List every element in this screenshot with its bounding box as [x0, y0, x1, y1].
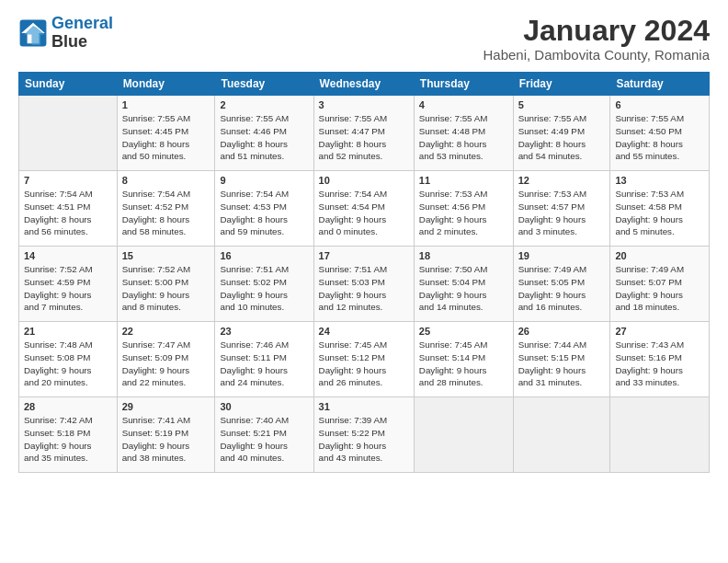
day-number: 10: [319, 175, 409, 186]
calendar-cell: 22Sunrise: 7:47 AM Sunset: 5:09 PM Dayli…: [117, 322, 215, 397]
day-number: 8: [122, 175, 210, 186]
weekday-header: Thursday: [414, 73, 513, 96]
day-number: 5: [518, 99, 606, 110]
calendar-cell: 20Sunrise: 7:49 AM Sunset: 5:07 PM Dayli…: [610, 247, 710, 322]
day-info: Sunrise: 7:43 AM Sunset: 5:16 PM Dayligh…: [615, 339, 704, 389]
day-info: Sunrise: 7:55 AM Sunset: 4:49 PM Dayligh…: [518, 112, 606, 163]
calendar-cell: 19Sunrise: 7:49 AM Sunset: 5:05 PM Dayli…: [513, 247, 610, 322]
day-number: 6: [615, 99, 704, 110]
day-info: Sunrise: 7:54 AM Sunset: 4:53 PM Dayligh…: [220, 188, 308, 238]
day-number: 11: [419, 175, 508, 186]
calendar-week-row: 28Sunrise: 7:42 AM Sunset: 5:18 PM Dayli…: [19, 397, 710, 473]
day-info: Sunrise: 7:55 AM Sunset: 4:47 PM Dayligh…: [319, 112, 409, 163]
calendar-cell: 27Sunrise: 7:43 AM Sunset: 5:16 PM Dayli…: [610, 322, 710, 397]
day-info: Sunrise: 7:47 AM Sunset: 5:09 PM Dayligh…: [122, 339, 210, 389]
day-info: Sunrise: 7:55 AM Sunset: 4:50 PM Dayligh…: [615, 112, 704, 163]
day-number: 4: [419, 99, 508, 110]
weekday-header: Tuesday: [215, 73, 313, 96]
location-title: Habeni, Dambovita County, Romania: [483, 47, 710, 63]
calendar-cell: 21Sunrise: 7:48 AM Sunset: 5:08 PM Dayli…: [19, 322, 118, 397]
day-info: Sunrise: 7:55 AM Sunset: 4:46 PM Dayligh…: [220, 112, 308, 163]
calendar-cell: 4Sunrise: 7:55 AM Sunset: 4:48 PM Daylig…: [414, 96, 513, 171]
calendar-cell: 9Sunrise: 7:54 AM Sunset: 4:53 PM Daylig…: [215, 171, 313, 247]
calendar-cell: [513, 397, 610, 473]
day-info: Sunrise: 7:45 AM Sunset: 5:12 PM Dayligh…: [319, 339, 409, 389]
calendar-week-row: 14Sunrise: 7:52 AM Sunset: 4:59 PM Dayli…: [19, 247, 710, 322]
logo-text: General Blue: [51, 15, 113, 52]
calendar-cell: 14Sunrise: 7:52 AM Sunset: 4:59 PM Dayli…: [19, 247, 118, 322]
calendar-cell: 28Sunrise: 7:42 AM Sunset: 5:18 PM Dayli…: [19, 397, 118, 473]
calendar-cell: 13Sunrise: 7:53 AM Sunset: 4:58 PM Dayli…: [610, 171, 710, 247]
page-header: General Blue January 2024 Habeni, Dambov…: [18, 15, 710, 63]
day-number: 2: [220, 99, 308, 110]
weekday-header: Wednesday: [313, 73, 414, 96]
calendar-cell: 6Sunrise: 7:55 AM Sunset: 4:50 PM Daylig…: [610, 96, 710, 171]
calendar-cell: 16Sunrise: 7:51 AM Sunset: 5:02 PM Dayli…: [215, 247, 313, 322]
calendar-cell: [414, 397, 513, 473]
calendar-cell: 24Sunrise: 7:45 AM Sunset: 5:12 PM Dayli…: [313, 322, 414, 397]
calendar-body: 1Sunrise: 7:55 AM Sunset: 4:45 PM Daylig…: [19, 96, 710, 473]
day-number: 22: [122, 326, 210, 337]
calendar-cell: 1Sunrise: 7:55 AM Sunset: 4:45 PM Daylig…: [117, 96, 215, 171]
title-block: January 2024 Habeni, Dambovita County, R…: [483, 15, 710, 63]
day-number: 1: [122, 99, 210, 110]
weekday-header: Sunday: [19, 73, 118, 96]
calendar-cell: 17Sunrise: 7:51 AM Sunset: 5:03 PM Dayli…: [313, 247, 414, 322]
calendar-cell: 30Sunrise: 7:40 AM Sunset: 5:21 PM Dayli…: [215, 397, 313, 473]
day-number: 26: [518, 326, 606, 337]
day-info: Sunrise: 7:42 AM Sunset: 5:18 PM Dayligh…: [24, 414, 112, 465]
calendar-cell: 31Sunrise: 7:39 AM Sunset: 5:22 PM Dayli…: [313, 397, 414, 473]
calendar-cell: 11Sunrise: 7:53 AM Sunset: 4:56 PM Dayli…: [414, 171, 513, 247]
calendar-cell: [19, 96, 118, 171]
weekday-header: Monday: [117, 73, 215, 96]
calendar-cell: 23Sunrise: 7:46 AM Sunset: 5:11 PM Dayli…: [215, 322, 313, 397]
day-info: Sunrise: 7:48 AM Sunset: 5:08 PM Dayligh…: [24, 339, 112, 389]
calendar-header-row: SundayMondayTuesdayWednesdayThursdayFrid…: [19, 73, 710, 96]
logo-icon: [18, 18, 48, 48]
calendar-cell: [610, 397, 710, 473]
day-number: 14: [24, 250, 112, 261]
day-number: 13: [615, 175, 704, 186]
day-info: Sunrise: 7:39 AM Sunset: 5:22 PM Dayligh…: [319, 414, 409, 465]
calendar-cell: 12Sunrise: 7:53 AM Sunset: 4:57 PM Dayli…: [513, 171, 610, 247]
day-info: Sunrise: 7:53 AM Sunset: 4:58 PM Dayligh…: [615, 188, 704, 238]
calendar-cell: 15Sunrise: 7:52 AM Sunset: 5:00 PM Dayli…: [117, 247, 215, 322]
weekday-header: Saturday: [610, 73, 710, 96]
day-info: Sunrise: 7:51 AM Sunset: 5:02 PM Dayligh…: [220, 263, 308, 314]
day-number: 30: [220, 401, 308, 412]
calendar-week-row: 1Sunrise: 7:55 AM Sunset: 4:45 PM Daylig…: [19, 96, 710, 171]
day-info: Sunrise: 7:40 AM Sunset: 5:21 PM Dayligh…: [220, 414, 308, 465]
day-info: Sunrise: 7:46 AM Sunset: 5:11 PM Dayligh…: [220, 339, 308, 389]
day-number: 25: [419, 326, 508, 337]
calendar-cell: 26Sunrise: 7:44 AM Sunset: 5:15 PM Dayli…: [513, 322, 610, 397]
calendar-cell: 29Sunrise: 7:41 AM Sunset: 5:19 PM Dayli…: [117, 397, 215, 473]
day-info: Sunrise: 7:45 AM Sunset: 5:14 PM Dayligh…: [419, 339, 508, 389]
day-number: 16: [220, 250, 308, 261]
calendar-week-row: 21Sunrise: 7:48 AM Sunset: 5:08 PM Dayli…: [19, 322, 710, 397]
day-info: Sunrise: 7:49 AM Sunset: 5:07 PM Dayligh…: [615, 263, 704, 314]
day-info: Sunrise: 7:54 AM Sunset: 4:52 PM Dayligh…: [122, 188, 210, 238]
day-info: Sunrise: 7:52 AM Sunset: 4:59 PM Dayligh…: [24, 263, 112, 314]
day-number: 12: [518, 175, 606, 186]
day-info: Sunrise: 7:51 AM Sunset: 5:03 PM Dayligh…: [319, 263, 409, 314]
day-number: 27: [615, 326, 704, 337]
day-number: 17: [319, 250, 409, 261]
day-number: 19: [518, 250, 606, 261]
day-info: Sunrise: 7:50 AM Sunset: 5:04 PM Dayligh…: [419, 263, 508, 314]
day-number: 7: [24, 175, 112, 186]
day-number: 24: [319, 326, 409, 337]
calendar-cell: 5Sunrise: 7:55 AM Sunset: 4:49 PM Daylig…: [513, 96, 610, 171]
day-info: Sunrise: 7:41 AM Sunset: 5:19 PM Dayligh…: [122, 414, 210, 465]
calendar-cell: 7Sunrise: 7:54 AM Sunset: 4:51 PM Daylig…: [19, 171, 118, 247]
day-info: Sunrise: 7:54 AM Sunset: 4:51 PM Dayligh…: [24, 188, 112, 238]
day-number: 23: [220, 326, 308, 337]
day-info: Sunrise: 7:53 AM Sunset: 4:56 PM Dayligh…: [419, 188, 508, 238]
day-info: Sunrise: 7:49 AM Sunset: 5:05 PM Dayligh…: [518, 263, 606, 314]
day-info: Sunrise: 7:52 AM Sunset: 5:00 PM Dayligh…: [122, 263, 210, 314]
day-info: Sunrise: 7:55 AM Sunset: 4:48 PM Dayligh…: [419, 112, 508, 163]
calendar-cell: 10Sunrise: 7:54 AM Sunset: 4:54 PM Dayli…: [313, 171, 414, 247]
day-number: 21: [24, 326, 112, 337]
calendar-week-row: 7Sunrise: 7:54 AM Sunset: 4:51 PM Daylig…: [19, 171, 710, 247]
month-title: January 2024: [483, 15, 710, 47]
day-number: 28: [24, 401, 112, 412]
